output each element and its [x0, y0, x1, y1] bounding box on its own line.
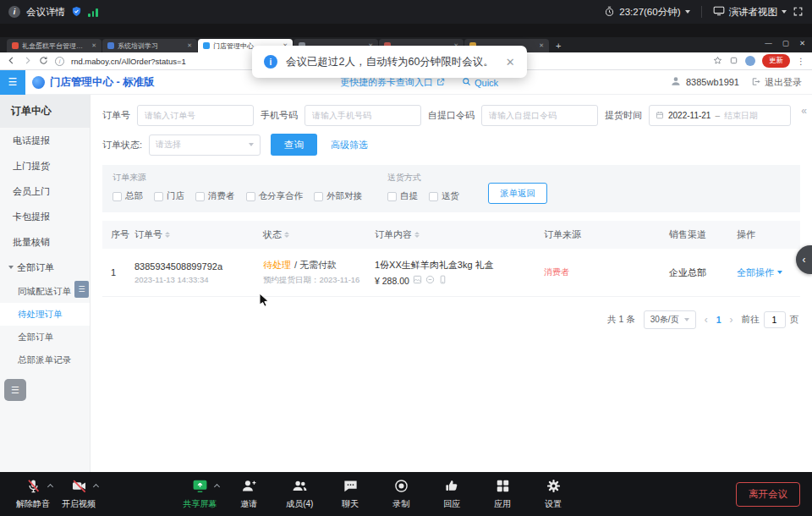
- date-dash: –: [715, 111, 720, 120]
- chat-button[interactable]: 聊天: [329, 478, 371, 510]
- sidebar-item-member-visit[interactable]: 会员上门: [0, 178, 90, 204]
- tab-close-icon[interactable]: ✕: [187, 42, 192, 49]
- view-mode-selector[interactable]: 演讲者视图: [713, 6, 787, 19]
- sidebar-item-all-orders[interactable]: 全部订单: [0, 326, 90, 349]
- checkbox-delivery-selfpickup[interactable]: 自提: [387, 190, 418, 202]
- order-no-input[interactable]: [137, 105, 254, 126]
- unmute-button[interactable]: 解除静音: [12, 478, 54, 510]
- device-icon[interactable]: [438, 275, 447, 286]
- browser-update-button[interactable]: 更新: [762, 54, 790, 68]
- order-status-select[interactable]: 请选择: [149, 134, 261, 156]
- toast-close-icon[interactable]: ✕: [506, 56, 515, 69]
- phone-input[interactable]: [304, 105, 421, 126]
- header-source: 订单来源: [544, 228, 669, 241]
- account-menu[interactable]: 8385wb1991: [670, 75, 739, 89]
- checkbox-source-consumer[interactable]: 消费者: [195, 190, 235, 202]
- prev-page-icon[interactable]: ‹: [705, 314, 708, 326]
- checkbox-label: 总部: [125, 190, 143, 202]
- goto-page-input[interactable]: [764, 311, 786, 328]
- next-page-icon[interactable]: ›: [730, 314, 733, 326]
- table-header-row: 序号 订单号 状态 订单内容 订单来源 销售渠道 操作: [102, 221, 800, 249]
- sidebar-item-batch-verify[interactable]: 批量核销: [0, 229, 90, 255]
- start-video-button[interactable]: 开启视频: [58, 478, 100, 510]
- header-content: 订单内容: [375, 228, 544, 241]
- checkbox-source-hq[interactable]: 总部: [112, 190, 143, 202]
- back-icon[interactable]: [7, 53, 16, 69]
- logout-button[interactable]: 退出登录: [751, 76, 802, 89]
- refresh-icon[interactable]: [39, 53, 48, 69]
- header-channel: 销售渠道: [669, 228, 737, 241]
- collapse-panel-icon[interactable]: «: [801, 105, 805, 117]
- members-icon: [292, 478, 308, 496]
- page-size-select[interactable]: 30条/页: [644, 310, 696, 329]
- phone-label: 手机号码: [261, 109, 298, 122]
- advanced-filter-link[interactable]: 高级筛选: [331, 139, 368, 151]
- site-info-icon[interactable]: i: [55, 57, 64, 66]
- tab-favicon: [107, 42, 114, 49]
- browser-tab[interactable]: 礼盒蛋糕平台管理中心 ✕: [7, 39, 102, 52]
- search-button[interactable]: 查询: [271, 134, 317, 156]
- apps-button[interactable]: 应用: [481, 478, 524, 510]
- sort-icon[interactable]: [414, 232, 420, 238]
- browser-profile-avatar[interactable]: [745, 56, 755, 66]
- date-end-placeholder: 结束日期: [724, 110, 758, 122]
- row-actions-dropdown[interactable]: 全部操作: [737, 266, 791, 279]
- sidebar-item-pickup[interactable]: 上门提货: [0, 153, 90, 178]
- sidebar-drag-handle[interactable]: ☰: [74, 281, 89, 298]
- header-actions: 操作: [737, 228, 796, 241]
- sidebar-item-card-report[interactable]: 卡包提报: [0, 204, 90, 229]
- pickup-code-input[interactable]: [481, 105, 598, 126]
- browser-tab[interactable]: 系统培训学习 ✕: [102, 39, 197, 52]
- checkbox-source-store[interactable]: 门店: [154, 190, 184, 202]
- date-range-picker[interactable]: 2022-11-21 – 结束日期: [649, 105, 791, 126]
- sidebar-section-title: 订单中心: [0, 95, 90, 128]
- settings-button[interactable]: 设置: [532, 478, 574, 510]
- meeting-timer[interactable]: 23:27(60分钟): [604, 6, 689, 19]
- checkbox-icon: [429, 192, 438, 201]
- coupon-query-link[interactable]: 更快捷的券卡查询入口: [340, 76, 445, 89]
- floating-menu-button[interactable]: ☰: [4, 379, 26, 401]
- security-shield-icon[interactable]: [71, 6, 82, 19]
- sidebar-item-pending-orders[interactable]: 待处理订单: [0, 303, 90, 326]
- invite-button[interactable]: 邀请: [228, 478, 270, 510]
- fullscreen-icon[interactable]: [793, 6, 804, 19]
- app-menu-button[interactable]: ☰: [0, 70, 25, 95]
- miniapp-icon[interactable]: [425, 275, 435, 286]
- table-row: 1 8385934508899792a 2023-11-13 14:33:34 …: [102, 249, 800, 297]
- meeting-topbar: i 会议详情 23:27(60分钟) 演讲者视图: [0, 0, 812, 24]
- sort-icon[interactable]: [284, 232, 289, 238]
- current-page[interactable]: 1: [716, 315, 721, 325]
- members-button[interactable]: 成员(4): [278, 478, 321, 510]
- checkbox-source-warehouse-coop[interactable]: 仓分享合作: [246, 190, 304, 202]
- checkbox-source-external[interactable]: 外部对接: [314, 190, 362, 202]
- bookmark-star-icon[interactable]: [713, 53, 722, 69]
- window-close-icon[interactable]: ✕: [799, 39, 805, 47]
- new-tab-button[interactable]: +: [556, 41, 561, 51]
- total-count: 共 1 条: [607, 314, 635, 326]
- sidebar-group-all-orders[interactable]: 全部订单: [0, 255, 90, 280]
- forward-icon[interactable]: [23, 53, 32, 69]
- sidebar-item-phone-report[interactable]: 电话提报: [0, 128, 90, 153]
- window-minimize-icon[interactable]: —: [765, 39, 772, 47]
- quick-search-link[interactable]: Quick: [462, 77, 498, 88]
- reactions-button[interactable]: 回应: [431, 478, 473, 510]
- meeting-details-label[interactable]: 会议详情: [26, 6, 65, 19]
- tab-close-icon[interactable]: ✕: [539, 42, 544, 49]
- checkbox-delivery-deliver[interactable]: 送货: [429, 190, 459, 202]
- meeting-info-icon[interactable]: i: [8, 6, 20, 18]
- select-value: 请选择: [156, 139, 181, 151]
- status-badge: 待处理: [263, 259, 291, 272]
- leave-meeting-button[interactable]: 离开会议: [736, 482, 800, 507]
- extensions-icon[interactable]: [729, 53, 738, 69]
- sort-icon[interactable]: [165, 232, 170, 238]
- dispatch-return-button[interactable]: 派单返回: [488, 183, 547, 204]
- browser-menu-icon[interactable]: ⋮: [797, 57, 805, 66]
- window-maximize-icon[interactable]: ▢: [782, 39, 789, 47]
- tab-close-icon[interactable]: ✕: [91, 42, 96, 49]
- share-screen-button[interactable]: 共享屏幕: [178, 478, 221, 510]
- image-icon[interactable]: [413, 275, 422, 286]
- sidebar-item-hq-dispatch-records[interactable]: 总部派单记录: [0, 349, 90, 371]
- row-index: 1: [111, 267, 129, 277]
- sales-channel-value: 企业总部: [669, 266, 732, 279]
- record-button[interactable]: 录制: [380, 478, 422, 510]
